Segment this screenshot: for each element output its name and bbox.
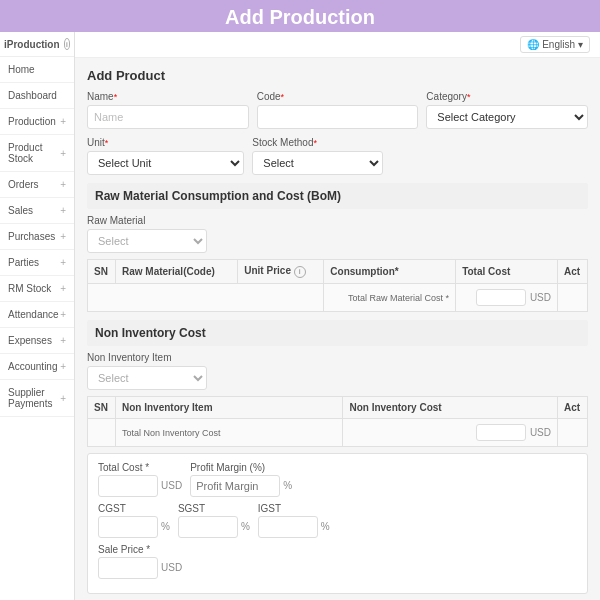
code-label: Code* [257, 91, 419, 102]
sidebar-item-supplier-payments[interactable]: Supplier Payments+ [0, 380, 74, 417]
bom-col-consumption: Consumption* [324, 260, 456, 284]
sidebar-item-rm-stock[interactable]: RM Stock+ [0, 276, 74, 302]
sidebar-item-plus-icon: + [60, 335, 66, 346]
field-igst: IGST 9.00 % [258, 503, 330, 538]
sale-price-input[interactable]: 0.00 [98, 557, 158, 579]
sale-price-currency: USD [161, 562, 182, 573]
ni-col-act: Act [558, 396, 588, 418]
sidebar-item-label: Dashboard [8, 90, 57, 101]
ni-col-cost: Non Inventory Cost [343, 396, 558, 418]
name-label: Name* [87, 91, 249, 102]
section-add-product-title: Add Product [87, 68, 588, 83]
igst-input[interactable]: 9.00 [258, 516, 318, 538]
sidebar-item-label: Accounting [8, 361, 57, 372]
sidebar-item-production[interactable]: Production+ [0, 109, 74, 135]
profit-margin-unit: % [283, 480, 292, 491]
raw-material-row: Raw Material Select [87, 215, 588, 253]
ni-total-input[interactable]: 0.00 [476, 424, 526, 441]
sidebar-item-purchases[interactable]: Purchases+ [0, 224, 74, 250]
non-inventory-item-row: Non Inventory Item Select [87, 352, 588, 390]
lang-chevron-icon: ▾ [578, 39, 583, 50]
sidebar-item-plus-icon: + [60, 179, 66, 190]
brand-info-icon[interactable]: i [64, 38, 70, 50]
category-label: Category* [426, 91, 588, 102]
bom-col-material: Raw Material(Code) [116, 260, 238, 284]
bom-total-input[interactable]: 0.00 [476, 289, 526, 306]
sidebar-item-label: Product Stock [8, 142, 60, 164]
sgst-unit: % [241, 521, 250, 532]
sidebar-item-parties[interactable]: Parties+ [0, 250, 74, 276]
igst-label: IGST [258, 503, 330, 514]
cgst-input[interactable]: 18.00 [98, 516, 158, 538]
sidebar-item-plus-icon: + [60, 283, 66, 294]
page-header: Add Production [0, 0, 600, 32]
sidebar-item-orders[interactable]: Orders+ [0, 172, 74, 198]
language-label: English [542, 39, 575, 50]
sgst-input[interactable]: 9.00 [178, 516, 238, 538]
cost-row-1: Total Cost * 0.00 USD Profit Margin (%) … [98, 462, 577, 497]
row-unit-stock: Unit* Select Unit Stock Method* Select [87, 137, 588, 175]
cost-row-2: CGST 18.00 % SGST 9.00 % [98, 503, 577, 538]
lang-globe-icon: 🌐 [527, 39, 539, 50]
bom-total-label: Total Raw Material Cost * [324, 283, 456, 311]
field-unit: Unit* Select Unit [87, 137, 244, 175]
sidebar-item-plus-icon: + [60, 361, 66, 372]
row-name-code-category: Name* Code* FP-000015 Category* Select C… [87, 91, 588, 129]
sidebar-item-label: Production [8, 116, 56, 127]
sgst-label: SGST [178, 503, 250, 514]
code-input[interactable]: FP-000015 [257, 105, 419, 129]
sidebar-item-label: Attendance [8, 309, 59, 320]
sidebar-item-product-stock[interactable]: Product Stock+ [0, 135, 74, 172]
field-stock-method: Stock Method* Select [252, 137, 383, 175]
field-profit-margin: Profit Margin (%) % [190, 462, 577, 497]
field-category: Category* Select Category [426, 91, 588, 129]
bom-col-price: Unit Price i [238, 260, 324, 284]
ni-currency: USD [530, 427, 551, 438]
stock-method-select[interactable]: Select [252, 151, 383, 175]
profit-margin-label: Profit Margin (%) [190, 462, 577, 473]
sidebar-item-plus-icon: + [60, 205, 66, 216]
section-bom-header: Raw Material Consumption and Cost (BoM) [87, 183, 588, 209]
language-button[interactable]: 🌐 English ▾ [520, 36, 590, 53]
unit-select[interactable]: Select Unit [87, 151, 244, 175]
sidebar-item-plus-icon: + [60, 393, 66, 404]
field-sale-price: Sale Price * 0.00 USD [98, 544, 182, 579]
unit-label: Unit* [87, 137, 244, 148]
sidebar-brand: iProduction i [0, 32, 74, 57]
non-inventory-item-select[interactable]: Select [87, 366, 207, 390]
raw-material-select[interactable]: Select [87, 229, 207, 253]
bom-total-row: Total Raw Material Cost * 0.00 USD [88, 283, 588, 311]
total-cost-input[interactable]: 0.00 [98, 475, 158, 497]
sidebar-item-label: Orders [8, 179, 39, 190]
non-inventory-item-label: Non Inventory Item [87, 352, 588, 363]
sidebar-item-attendance[interactable]: Attendance+ [0, 302, 74, 328]
profit-margin-input[interactable] [190, 475, 280, 497]
unit-price-info-icon[interactable]: i [294, 266, 306, 278]
page-title: Add Production [225, 6, 375, 28]
bom-col-act: Act [558, 260, 588, 284]
sidebar-item-sales[interactable]: Sales+ [0, 198, 74, 224]
name-input[interactable] [87, 105, 249, 129]
bom-col-sn: SN [88, 260, 116, 284]
sidebar-item-expenses[interactable]: Expenses+ [0, 328, 74, 354]
bom-table: SN Raw Material(Code) Unit Price i Consu… [87, 259, 588, 312]
sale-price-label: Sale Price * [98, 544, 182, 555]
sidebar-item-plus-icon: + [60, 231, 66, 242]
field-name: Name* [87, 91, 249, 129]
ni-total-row: Total Non Inventory Cost 0.00 USD [88, 418, 588, 446]
sidebar-item-label: Sales [8, 205, 33, 216]
sidebar-item-label: Home [8, 64, 35, 75]
sidebar-item-dashboard[interactable]: Dashboard [0, 83, 74, 109]
field-sgst: SGST 9.00 % [178, 503, 250, 538]
sidebar-item-accounting[interactable]: Accounting+ [0, 354, 74, 380]
category-select[interactable]: Select Category [426, 105, 588, 129]
sidebar-item-home[interactable]: Home [0, 57, 74, 83]
sidebar-item-plus-icon: + [60, 148, 66, 159]
sidebar-item-plus-icon: + [60, 257, 66, 268]
sidebar-item-label: RM Stock [8, 283, 51, 294]
cost-row-3: Sale Price * 0.00 USD [98, 544, 577, 579]
brand-name: iProduction [4, 39, 60, 50]
bom-currency: USD [530, 292, 551, 303]
topbar: 🌐 English ▾ [75, 32, 600, 58]
bom-total-value-cell: 0.00 USD [456, 283, 558, 311]
